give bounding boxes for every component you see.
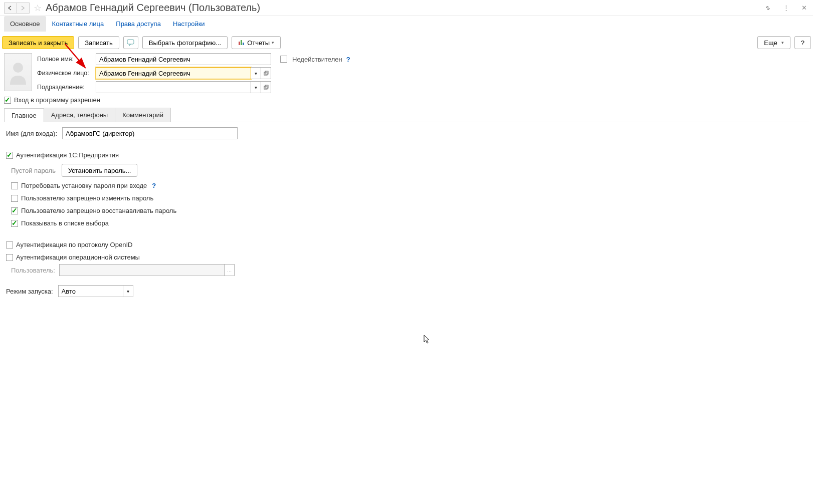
help-button[interactable]: ? [794,36,811,49]
window-title: Абрамов Геннадий Сергеевич (Пользователь… [46,2,260,14]
tab2-comment[interactable]: Комментарий [115,108,171,122]
close-icon[interactable]: ✕ [799,3,809,13]
openid-label: Аутентификация по протоколу OpenID [16,241,132,248]
login-input[interactable] [62,127,238,139]
allow-login-label: Вход в программу разрешен [14,96,100,104]
tab2-contacts[interactable]: Адреса, телефоны [44,108,116,122]
toolbar: Записать и закрыть Записать Выбрать фото… [0,32,813,53]
no-change-label: Пользователю запрещено изменять пароль [21,194,153,202]
launch-mode-select[interactable] [58,285,123,297]
require-change-checkbox[interactable] [11,182,18,189]
photo-placeholder[interactable] [4,53,32,91]
invalid-checkbox[interactable] [280,56,287,63]
nav-back-button[interactable] [4,3,17,14]
svg-rect-9 [265,85,268,88]
invalid-help-icon[interactable]: ? [346,56,350,63]
link-icon[interactable] [763,3,773,13]
require-change-help-icon[interactable]: ? [152,182,156,189]
open-ref-icon [264,71,269,76]
os-user-browse-button: … [225,264,235,276]
reports-label: Отчеты [247,39,270,47]
tab-rights[interactable]: Права доступа [110,16,167,32]
no-restore-checkbox[interactable] [11,207,18,214]
secondary-tabs: Главное Адреса, телефоны Комментарий [4,108,809,122]
chevron-down-icon: ▾ [272,40,274,45]
no-change-checkbox[interactable] [11,195,18,202]
save-button[interactable]: Записать [78,36,119,49]
window-header: ☆ Абрамов Геннадий Сергеевич (Пользовате… [0,0,813,16]
os-auth-checkbox[interactable] [6,254,13,261]
auth-1c-label: Аутентификация 1С:Предприятия [16,151,119,159]
tab-contacts[interactable]: Контактные лица [46,16,110,32]
no-restore-label: Пользователю запрещено восстанавливать п… [21,207,176,214]
require-change-label: Потребовать установку пароля при входе [21,182,147,189]
choose-photo-button[interactable]: Выбрать фотографию... [142,36,228,49]
person-label: Физическое лицо: [36,70,94,77]
person-dropdown-button[interactable]: ▾ [251,67,261,79]
tab2-main[interactable]: Главное [4,108,44,122]
show-in-list-label: Показывать в списке выбора [21,219,109,227]
launch-mode-dropdown-button[interactable]: ▾ [123,285,133,297]
invalid-label: Недействителен [292,56,342,63]
svg-rect-0 [127,40,134,44]
tab-settings[interactable]: Настройки [167,16,211,32]
full-name-label: Полное имя: [36,56,94,63]
login-label: Имя (для входа): [6,130,57,137]
full-name-input[interactable] [96,53,271,65]
svg-point-5 [13,63,23,73]
report-icon [238,40,245,46]
main-nav-tabs: Основное Контактные лица Права доступа Н… [0,16,813,32]
svg-rect-7 [265,71,268,74]
nav-forward-button[interactable] [17,3,30,14]
reports-button[interactable]: Отчеты ▾ [232,36,281,49]
person-silhouette-icon [8,60,28,85]
allow-login-checkbox[interactable] [4,97,11,104]
more-button[interactable]: Еще [757,36,790,49]
department-label: Подразделение: [36,84,94,91]
department-dropdown-button[interactable]: ▾ [251,81,261,93]
department-open-button[interactable] [261,81,271,93]
launch-mode-label: Режим запуска: [6,288,53,295]
save-and-close-button[interactable]: Записать и закрыть [2,36,74,49]
os-user-label: Пользователь: [11,267,55,274]
svg-rect-1 [239,42,240,45]
tab-main[interactable]: Основное [4,16,46,32]
openid-checkbox[interactable] [6,241,13,248]
svg-rect-6 [264,72,267,75]
favorite-star-icon[interactable]: ☆ [34,3,42,14]
svg-rect-2 [241,40,242,45]
department-input[interactable] [96,81,251,93]
person-input[interactable] [96,67,251,79]
tab-pane-main: Имя (для входа): Аутентификация 1С:Предп… [4,122,809,302]
show-in-list-checkbox[interactable] [11,220,18,227]
svg-rect-8 [264,86,267,89]
set-password-button[interactable]: Установить пароль... [62,164,137,177]
open-ref-icon [264,85,269,90]
svg-rect-3 [243,43,244,45]
person-open-button[interactable] [261,67,271,79]
speech-bubble-icon [127,39,135,46]
empty-password-text: Пустой пароль [11,167,56,174]
discussion-button[interactable] [123,36,138,49]
os-user-input [59,264,225,276]
kebab-menu-icon[interactable]: ⋮ [781,3,791,13]
os-auth-label: Аутентификация операционной системы [16,254,140,261]
auth-1c-checkbox[interactable] [6,152,13,159]
